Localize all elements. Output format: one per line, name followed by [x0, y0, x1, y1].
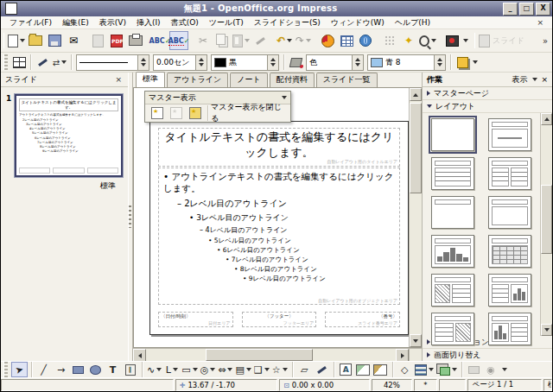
date-placeholder[interactable]: 〈日付/時刻〉 日付エリア	[158, 312, 233, 327]
layout-scroll-down-button[interactable]	[541, 324, 552, 336]
spellcheck-button[interactable]: ABC✓	[150, 31, 169, 50]
layout-thumb-centered-text[interactable]	[488, 196, 531, 229]
tab-slide-sorter[interactable]: スライド一覧	[316, 73, 378, 87]
menu-insert[interactable]: 挿入(I)	[131, 17, 166, 28]
new-master-button[interactable]	[148, 104, 167, 123]
toolbar-overflow-icon[interactable]	[502, 368, 507, 371]
delete-master-button[interactable]	[167, 104, 186, 123]
paste-button[interactable]	[232, 31, 251, 50]
horizontal-scrollbar[interactable]	[133, 349, 409, 361]
glue-points-tool[interactable]	[314, 362, 330, 377]
interaction-button[interactable]: ◉	[483, 362, 499, 377]
toolbar-grip[interactable]	[3, 362, 8, 377]
stars-tool[interactable]: ☆	[271, 362, 289, 377]
flowchart-tool[interactable]: ▤	[234, 362, 251, 377]
symbol-shapes-tool[interactable]: ◎	[200, 362, 217, 377]
layout-scrollbar[interactable]	[540, 113, 552, 336]
layout-thumb-title-text-chart[interactable]	[488, 274, 531, 307]
cut-button[interactable]: ✂	[194, 31, 213, 50]
select-tool[interactable]: ➤	[11, 362, 28, 377]
layout-thumb-title-table[interactable]	[488, 235, 531, 268]
callouts-tool[interactable]: ❑	[253, 362, 270, 377]
scroll-up-button[interactable]	[410, 88, 422, 101]
fill-color-spinner[interactable]	[434, 55, 445, 70]
edit-points-tool[interactable]: ▱	[296, 362, 313, 377]
tasks-view-dropdown-icon[interactable]	[532, 78, 537, 81]
rotate-tool[interactable]: ◇	[397, 362, 413, 377]
format-paintbrush-button[interactable]	[251, 31, 270, 50]
email-button[interactable]: ✉	[64, 31, 83, 50]
section-layouts[interactable]: レイアウト	[423, 100, 552, 113]
slide-page[interactable]: タイトルテキストの書式を編集するにはクリックします。 自動レイアウト用のタイトル…	[149, 121, 409, 335]
menu-help[interactable]: ヘルプ(H)	[390, 17, 435, 28]
line-style-select[interactable]	[76, 54, 149, 71]
arrow-style-button[interactable]: ⇄	[51, 54, 68, 71]
alignment-button[interactable]	[414, 362, 435, 377]
status-style[interactable]: 標準	[543, 379, 552, 391]
extrusion-button[interactable]	[466, 362, 482, 377]
insert-slide-button[interactable]: スライド	[478, 31, 540, 50]
navigator-button[interactable]: ✦	[399, 31, 418, 50]
fill-button[interactable]	[287, 54, 304, 71]
line-width-spinner[interactable]	[195, 55, 207, 70]
layout-thumb-title-chart[interactable]	[431, 235, 474, 268]
layout-scroll-up-button[interactable]	[541, 113, 552, 125]
scroll-down-button[interactable]	[410, 334, 422, 347]
curve-tool[interactable]: ∿	[146, 362, 162, 377]
text-tool[interactable]: T	[105, 362, 121, 377]
vertical-scrollbar[interactable]	[409, 88, 422, 347]
fontwork-button[interactable]: A	[338, 362, 354, 377]
save-button[interactable]	[45, 31, 64, 50]
outline-placeholder[interactable]: • アウトラインテキストの書式を編集するにはクリックします。 – 2レベル目のア…	[158, 168, 400, 305]
slide-thumbnail[interactable]: タイトルテキストの書式を編集するにはクリックします。 アウトラインテキストの書式…	[15, 94, 123, 177]
from-file-button[interactable]	[355, 362, 372, 377]
section-master-pages[interactable]: マスターページ	[423, 87, 552, 100]
layout-thumb-title-only[interactable]	[431, 196, 474, 229]
print-button[interactable]	[126, 31, 145, 50]
tab-normal[interactable]: 標準	[136, 72, 165, 87]
redo-button[interactable]: ↷	[294, 31, 313, 50]
rename-master-button[interactable]	[186, 104, 205, 123]
footer-placeholder[interactable]: 〈フッター〉 フッターエリア	[242, 312, 317, 327]
autospellcheck-button[interactable]: ABC✓	[169, 31, 188, 50]
toolbar-overflow-icon[interactable]	[473, 60, 478, 64]
menu-view[interactable]: 表示(V)	[94, 17, 131, 28]
toolbar-grip[interactable]	[3, 33, 4, 48]
insert-table-button[interactable]	[337, 31, 356, 50]
line-style-spinner[interactable]	[137, 55, 149, 70]
document-close-icon[interactable]: ×	[531, 18, 549, 27]
connector-tool[interactable]: ᒪ	[163, 362, 180, 377]
status-zoom[interactable]: 42%	[372, 379, 412, 391]
insert-chart-button[interactable]	[318, 31, 337, 50]
layout-thumb-title-chart-text[interactable]	[488, 313, 531, 345]
menu-tools[interactable]: ツール(T)	[204, 17, 249, 28]
toolbar-overflow-icon[interactable]	[463, 39, 468, 42]
open-button[interactable]	[26, 31, 45, 50]
slide-number-placeholder[interactable]: 〈番号〉 スライド番号エリア	[325, 312, 400, 327]
shadow-button[interactable]	[454, 54, 471, 71]
close-master-view-button[interactable]: マスター表示を閉じる	[211, 102, 288, 124]
fill-type-spinner[interactable]	[352, 55, 363, 70]
tasks-panel-close-icon[interactable]: ×	[541, 75, 548, 84]
vertical-scroll-thumb[interactable]	[410, 103, 422, 193]
menu-file[interactable]: ファイル(F)	[4, 17, 57, 28]
table-button[interactable]	[10, 54, 28, 71]
display-grid-button[interactable]	[380, 31, 399, 50]
presentation-toolbar-grip[interactable]	[474, 33, 475, 48]
layout-thumb-blank[interactable]	[431, 118, 474, 151]
copy-button[interactable]	[213, 31, 232, 50]
tab-outline[interactable]: アウトライン	[167, 73, 228, 87]
vertical-text-tool[interactable]: ‖	[122, 362, 138, 377]
toolbar-expand-icon[interactable]: »	[540, 36, 550, 46]
undo-button[interactable]: ↶	[275, 31, 294, 50]
ellipse-tool[interactable]	[87, 362, 104, 377]
line-color-select[interactable]: 黒	[211, 54, 279, 71]
minimize-button[interactable]: _	[503, 3, 518, 16]
edit-file-button[interactable]	[88, 31, 107, 50]
line-tool[interactable]: ╱	[35, 362, 52, 377]
layout-thumb-title-subtitle[interactable]	[488, 118, 531, 151]
horizontal-scroll-thumb[interactable]	[206, 349, 312, 361]
hyperlink-button[interactable]	[356, 31, 375, 50]
menu-format[interactable]: 書式(O)	[166, 17, 204, 28]
block-arrows-tool[interactable]: ⇔	[217, 362, 233, 377]
